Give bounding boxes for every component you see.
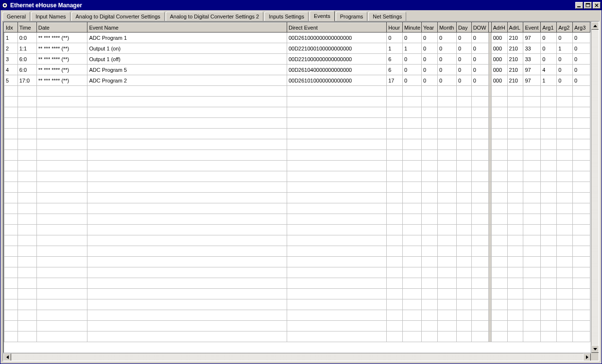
- header-event_name[interactable]: Event Name: [87, 23, 287, 33]
- cell-empty[interactable]: [456, 267, 471, 278]
- cell-empty[interactable]: [17, 86, 36, 97]
- cell-empty[interactable]: [557, 289, 573, 299]
- cell-empty[interactable]: [491, 299, 507, 310]
- cell-empty[interactable]: [541, 235, 557, 246]
- cell-empty[interactable]: [573, 310, 590, 321]
- cell-empty[interactable]: [523, 193, 541, 203]
- cell-time[interactable]: 0:0: [17, 33, 36, 43]
- cell-empty[interactable]: [491, 225, 507, 235]
- cell-adrh[interactable]: 000: [491, 43, 507, 54]
- cell-empty[interactable]: [456, 214, 471, 225]
- table-row[interactable]: [4, 150, 590, 161]
- cell-empty[interactable]: [471, 225, 488, 235]
- cell-empty[interactable]: [437, 107, 456, 118]
- tab-net-settings[interactable]: Net Settings: [368, 12, 406, 21]
- cell-date[interactable]: ** *** **** (**): [36, 43, 87, 54]
- cell-empty[interactable]: [387, 171, 403, 182]
- cell-empty[interactable]: [87, 203, 287, 214]
- cell-empty[interactable]: [287, 203, 386, 214]
- cell-empty[interactable]: [87, 246, 287, 257]
- cell-empty[interactable]: [387, 257, 403, 267]
- cell-empty[interactable]: [557, 139, 573, 150]
- table-row[interactable]: [4, 321, 590, 331]
- table-row[interactable]: [4, 278, 590, 289]
- cell-empty[interactable]: [456, 182, 471, 193]
- cell-empty[interactable]: [541, 289, 557, 299]
- cell-empty[interactable]: [573, 129, 590, 139]
- cell-empty[interactable]: [387, 182, 403, 193]
- cell-empty[interactable]: [403, 86, 422, 97]
- cell-adrl[interactable]: 210: [507, 43, 523, 54]
- cell-empty[interactable]: [387, 161, 403, 171]
- cell-empty[interactable]: [87, 331, 287, 342]
- cell-empty[interactable]: [557, 278, 573, 289]
- cell-empty[interactable]: [491, 182, 507, 193]
- cell-event_name[interactable]: ADC Program 1: [87, 33, 287, 43]
- cell-empty[interactable]: [471, 214, 488, 225]
- cell-empty[interactable]: [541, 331, 557, 342]
- table-row[interactable]: [4, 267, 590, 278]
- cell-empty[interactable]: [557, 86, 573, 97]
- cell-empty[interactable]: [87, 299, 287, 310]
- cell-empty[interactable]: [507, 86, 523, 97]
- cell-day[interactable]: 0: [456, 43, 471, 54]
- cell-arg2[interactable]: 0: [557, 75, 573, 86]
- cell-empty[interactable]: [403, 193, 422, 203]
- header-direct_event[interactable]: Direct Event: [287, 23, 386, 33]
- cell-empty[interactable]: [422, 235, 438, 246]
- cell-dow[interactable]: 0: [471, 43, 488, 54]
- cell-empty[interactable]: [403, 150, 422, 161]
- cell-empty[interactable]: [456, 193, 471, 203]
- cell-empty[interactable]: [17, 310, 36, 321]
- cell-empty[interactable]: [507, 139, 523, 150]
- cell-empty[interactable]: [17, 129, 36, 139]
- cell-empty[interactable]: [17, 107, 36, 118]
- cell-empty[interactable]: [471, 129, 488, 139]
- cell-empty[interactable]: [87, 97, 287, 107]
- cell-empty[interactable]: [557, 257, 573, 267]
- cell-empty[interactable]: [557, 321, 573, 331]
- cell-empty[interactable]: [403, 225, 422, 235]
- cell-empty[interactable]: [507, 107, 523, 118]
- cell-empty[interactable]: [437, 182, 456, 193]
- cell-empty[interactable]: [491, 193, 507, 203]
- cell-dow[interactable]: 0: [471, 33, 488, 43]
- cell-empty[interactable]: [36, 203, 87, 214]
- cell-empty[interactable]: [557, 161, 573, 171]
- cell-empty[interactable]: [437, 193, 456, 203]
- cell-empty[interactable]: [507, 267, 523, 278]
- cell-date[interactable]: ** *** **** (**): [36, 65, 87, 75]
- table-row[interactable]: [4, 310, 590, 321]
- cell-empty[interactable]: [422, 299, 438, 310]
- table-row[interactable]: [4, 246, 590, 257]
- cell-empty[interactable]: [541, 129, 557, 139]
- header-year[interactable]: Year: [422, 23, 438, 33]
- cell-empty[interactable]: [36, 161, 87, 171]
- close-button[interactable]: [593, 2, 601, 9]
- cell-arg1[interactable]: 4: [541, 65, 557, 75]
- table-row[interactable]: [4, 331, 590, 342]
- cell-empty[interactable]: [557, 235, 573, 246]
- cell-empty[interactable]: [422, 289, 438, 299]
- cell-minute[interactable]: 0: [403, 54, 422, 65]
- cell-empty[interactable]: [36, 107, 87, 118]
- cell-empty[interactable]: [287, 129, 386, 139]
- cell-empty[interactable]: [573, 225, 590, 235]
- table-row[interactable]: [4, 193, 590, 203]
- cell-empty[interactable]: [573, 150, 590, 161]
- table-row[interactable]: [4, 257, 590, 267]
- cell-empty[interactable]: [471, 321, 488, 331]
- table-row[interactable]: [4, 139, 590, 150]
- cell-empty[interactable]: [4, 86, 18, 97]
- cell-adrl[interactable]: 210: [507, 75, 523, 86]
- table-row[interactable]: [4, 214, 590, 225]
- header-day[interactable]: Day: [456, 23, 471, 33]
- cell-empty[interactable]: [36, 139, 87, 150]
- cell-empty[interactable]: [541, 171, 557, 182]
- cell-empty[interactable]: [17, 171, 36, 182]
- cell-empty[interactable]: [573, 289, 590, 299]
- cell-empty[interactable]: [422, 267, 438, 278]
- cell-empty[interactable]: [17, 267, 36, 278]
- vertical-scrollbar[interactable]: [591, 22, 599, 353]
- cell-empty[interactable]: [491, 118, 507, 129]
